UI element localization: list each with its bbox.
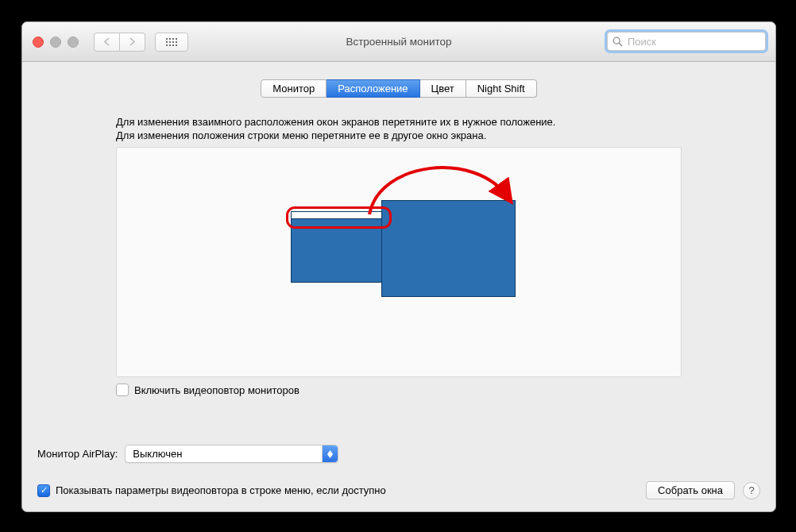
search-input[interactable] — [626, 35, 748, 48]
instruction-line-2: Для изменения положения строки меню пере… — [116, 129, 682, 142]
tab-arrangement[interactable]: Расположение — [327, 79, 419, 98]
tab-color[interactable]: Цвет — [420, 79, 466, 98]
tab-bar: Монитор Расположение Цвет Night Shift — [38, 79, 759, 98]
svg-line-1 — [619, 43, 622, 46]
window-controls — [33, 37, 79, 48]
close-window-button[interactable] — [33, 37, 44, 48]
instruction-line-1: Для изменения взаимного расположения око… — [116, 115, 682, 129]
preferences-window: Встроенный монитор Монитор Расположение … — [21, 21, 776, 512]
arrangement-panel: Для изменения взаимного расположения око… — [116, 115, 682, 396]
mirror-displays-row: Включить видеоповтор мониторов — [116, 384, 682, 396]
airplay-select[interactable]: Выключен — [125, 445, 338, 463]
mirror-displays-checkbox[interactable] — [116, 384, 129, 396]
show-mirror-menu-label: Показывать параметры видеоповтора в стро… — [56, 484, 386, 496]
search-field[interactable] — [607, 32, 766, 51]
show-all-button[interactable] — [155, 33, 188, 52]
chevron-right-icon — [129, 37, 136, 46]
show-mirror-menu-checkbox[interactable]: ✓ — [37, 484, 50, 497]
mirror-displays-label: Включить видеоповтор мониторов — [134, 384, 299, 396]
instructions: Для изменения взаимного расположения око… — [116, 115, 682, 142]
display-arrangement-area[interactable] — [116, 147, 682, 377]
search-icon — [612, 37, 623, 47]
svg-point-0 — [613, 37, 620, 44]
chevron-left-icon — [103, 37, 110, 46]
footer-row: ✓ Показывать параметры видеоповтора в ст… — [37, 481, 760, 499]
nav-back-button[interactable] — [94, 33, 120, 52]
zoom-window-button — [68, 37, 79, 48]
tab-night-shift[interactable]: Night Shift — [466, 79, 537, 98]
select-stepper-icon — [322, 445, 338, 462]
display-secondary[interactable] — [381, 200, 516, 297]
airplay-value: Выключен — [133, 448, 182, 460]
content-area: Монитор Расположение Цвет Night Shift Дл… — [22, 62, 775, 512]
titlebar: Встроенный монитор — [22, 22, 775, 62]
nav-forward-button[interactable] — [120, 33, 145, 52]
nav-back-forward — [94, 33, 145, 52]
help-button[interactable]: ? — [743, 482, 760, 499]
airplay-row: Монитор AirPlay: Выключен — [37, 445, 338, 463]
menu-bar-handle[interactable] — [292, 212, 383, 219]
grid-icon — [166, 38, 177, 46]
tab-monitor[interactable]: Монитор — [261, 79, 327, 98]
gather-windows-button[interactable]: Собрать окна — [646, 481, 735, 499]
airplay-label: Монитор AirPlay: — [37, 448, 118, 460]
display-primary[interactable] — [291, 211, 384, 283]
minimize-window-button — [50, 37, 61, 48]
show-mirror-menu-row: ✓ Показывать параметры видеоповтора в ст… — [37, 484, 386, 497]
